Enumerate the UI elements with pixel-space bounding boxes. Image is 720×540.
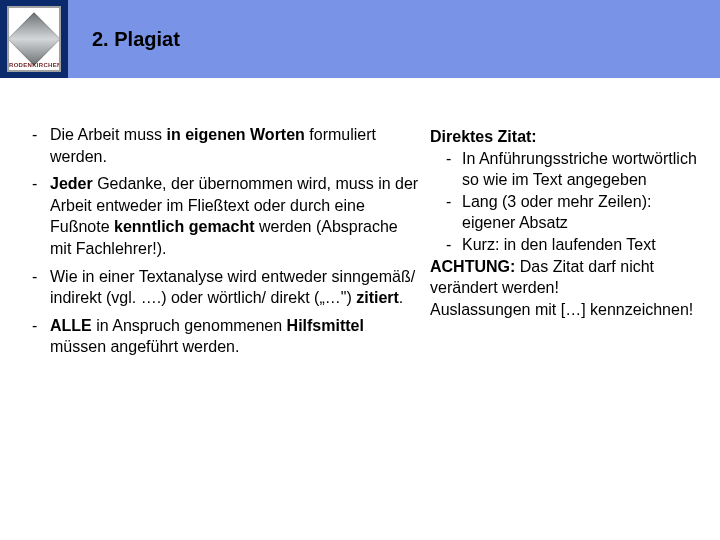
text: Die Arbeit muss bbox=[50, 126, 166, 143]
slide-header: RODENKIRCHEN 2. Plagiat bbox=[0, 0, 720, 78]
bold: in eigenen Worten bbox=[166, 126, 304, 143]
bold: zitiert bbox=[356, 289, 399, 306]
right-bullet-3: Kurz: in den laufenden Text bbox=[446, 234, 704, 256]
text: . bbox=[399, 289, 403, 306]
achtung-line: ACHTUNG: Das Zitat darf nicht verändert … bbox=[430, 256, 704, 299]
school-logo: RODENKIRCHEN bbox=[7, 6, 61, 72]
logo-label-bottom: RODENKIRCHEN bbox=[9, 62, 59, 68]
slide-title: 2. Plagiat bbox=[92, 28, 180, 51]
achtung-label: ACHTUNG: bbox=[430, 258, 515, 275]
bullet-2: Jeder Gedanke, der übernommen wird, muss… bbox=[32, 173, 422, 259]
right-column: Direktes Zitat: In Anführungsstriche wor… bbox=[422, 124, 704, 364]
right-heading: Direktes Zitat: bbox=[430, 128, 537, 145]
left-column: Die Arbeit muss in eigenen Worten formul… bbox=[20, 124, 422, 364]
right-bullet-2: Lang (3 oder mehr Zeilen): eigener Absat… bbox=[446, 191, 704, 234]
main-bullet-list: Die Arbeit muss in eigenen Worten formul… bbox=[32, 124, 422, 358]
text: müssen angeführt werden. bbox=[50, 338, 239, 355]
bold: Hilfsmittel bbox=[287, 317, 364, 334]
bullet-4: ALLE in Anspruch genommenen Hilfsmittel … bbox=[32, 315, 422, 358]
bullet-3: Wie in einer Textanalyse wird entweder s… bbox=[32, 266, 422, 309]
bold: kenntlich gemacht bbox=[114, 218, 254, 235]
omission-line: Auslassungen mit […] kennzeichnen! bbox=[430, 299, 704, 321]
logo-container: RODENKIRCHEN bbox=[0, 0, 68, 78]
bullet-1: Die Arbeit muss in eigenen Worten formul… bbox=[32, 124, 422, 167]
slide-content: Die Arbeit muss in eigenen Worten formul… bbox=[0, 78, 720, 364]
text: in Anspruch genommenen bbox=[92, 317, 287, 334]
right-sub-list: In Anführungsstriche wortwörtlich so wie… bbox=[446, 148, 704, 256]
right-bullet-1: In Anführungsstriche wortwörtlich so wie… bbox=[446, 148, 704, 191]
bold: Jeder bbox=[50, 175, 93, 192]
diamond-icon bbox=[7, 12, 61, 66]
bold: ALLE bbox=[50, 317, 92, 334]
